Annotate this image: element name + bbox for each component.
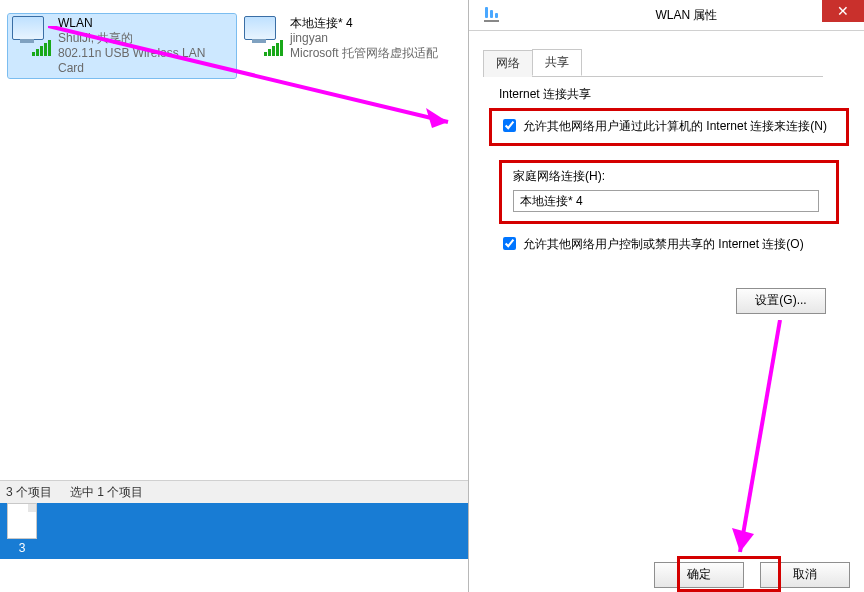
taskbar-tile[interactable]: 3 xyxy=(4,503,40,555)
tab-sharing[interactable]: 共享 xyxy=(532,49,582,76)
network-connections-pane: WLAN ShuiJi, 共享的 802.11n USB Wireless LA… xyxy=(0,0,468,592)
taskbar: 3 xyxy=(0,503,468,559)
connection-device: 802.11n USB Wireless LAN Card xyxy=(58,46,232,76)
connection-item-wlan[interactable]: WLAN ShuiJi, 共享的 802.11n USB Wireless LA… xyxy=(8,14,236,78)
highlight-frame-ok xyxy=(677,556,781,592)
wlan-properties-dialog: WLAN 属性 ✕ 网络 共享 Internet 连接共享 允许其他网络用户通过… xyxy=(468,0,864,592)
network-adapter-icon xyxy=(244,16,288,60)
checkbox-allow-control[interactable]: 允许其他网络用户控制或禁用共享的 Internet 连接(O) xyxy=(499,236,841,253)
network-icon xyxy=(483,6,501,24)
close-button[interactable]: ✕ xyxy=(822,0,864,22)
connection-item-local4[interactable]: 本地连接* 4 jingyan Microsoft 托管网络虚拟适配 xyxy=(240,14,468,78)
document-icon xyxy=(7,503,37,539)
checkbox-input[interactable] xyxy=(503,237,516,250)
taskbar-badge: 3 xyxy=(4,541,40,555)
status-item-count: 3 个项目 xyxy=(6,481,52,503)
connection-subtitle: jingyan xyxy=(290,31,438,46)
connection-subtitle: ShuiJi, 共享的 xyxy=(58,31,232,46)
connection-device: Microsoft 托管网络虚拟适配 xyxy=(290,46,438,61)
checkbox-input[interactable] xyxy=(503,119,516,132)
network-adapter-icon xyxy=(12,16,56,60)
connection-title: 本地连接* 4 xyxy=(290,16,438,31)
status-selected-count: 选中 1 个项目 xyxy=(70,481,143,503)
dialog-tabs: 网络 共享 xyxy=(483,49,823,77)
svg-rect-1 xyxy=(490,10,493,18)
explorer-status-bar: 3 个项目 选中 1 个项目 xyxy=(0,480,474,503)
tab-network[interactable]: 网络 xyxy=(483,50,533,77)
group-internet-sharing: Internet 连接共享 xyxy=(499,86,591,103)
home-network-label: 家庭网络连接(H): xyxy=(513,168,605,185)
connection-list: WLAN ShuiJi, 共享的 802.11n USB Wireless LA… xyxy=(0,0,468,78)
svg-rect-3 xyxy=(484,20,499,22)
close-icon: ✕ xyxy=(837,3,849,19)
checkbox-label: 允许其他网络用户控制或禁用共享的 Internet 连接(O) xyxy=(523,236,804,253)
svg-rect-0 xyxy=(485,7,488,18)
connection-text: 本地连接* 4 jingyan Microsoft 托管网络虚拟适配 xyxy=(290,16,438,61)
home-network-value: 本地连接* 4 xyxy=(520,193,583,210)
svg-rect-2 xyxy=(495,13,498,18)
settings-button[interactable]: 设置(G)... xyxy=(736,288,826,314)
dialog-title: WLAN 属性 xyxy=(509,7,864,24)
checkbox-label: 允许其他网络用户通过此计算机的 Internet 连接来连接(N) xyxy=(523,118,827,135)
checkbox-allow-other-connect[interactable]: 允许其他网络用户通过此计算机的 Internet 连接来连接(N) xyxy=(499,118,841,135)
dialog-titlebar[interactable]: WLAN 属性 ✕ xyxy=(469,0,864,31)
connection-title: WLAN xyxy=(58,16,232,31)
home-network-select[interactable]: 本地连接* 4 xyxy=(513,190,819,212)
connection-text: WLAN ShuiJi, 共享的 802.11n USB Wireless LA… xyxy=(58,16,232,76)
